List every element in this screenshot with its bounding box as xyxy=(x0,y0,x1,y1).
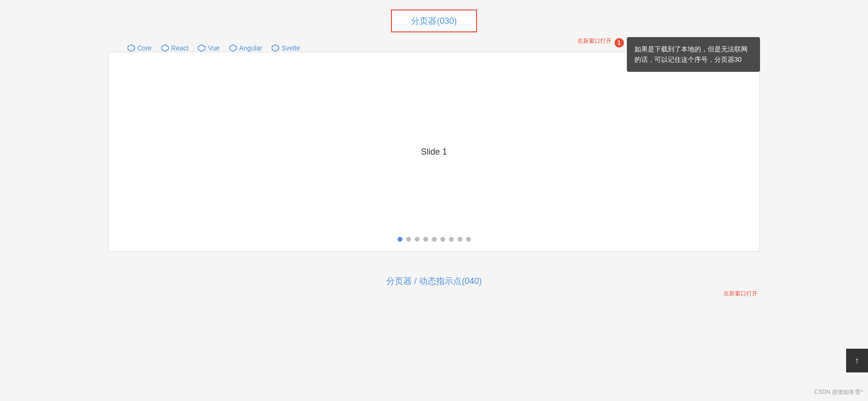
section-040: 分页器 / 动态指示点(040) 在新窗口打开 xyxy=(108,275,760,289)
tab-core[interactable]: Core xyxy=(127,44,152,52)
carousel-dot-6[interactable] xyxy=(440,237,445,242)
carousel-container: Slide 1 xyxy=(108,52,760,252)
carousel-dots xyxy=(398,237,471,242)
tab-vue[interactable]: Vue xyxy=(198,44,219,52)
svg-marker-2 xyxy=(198,45,205,51)
svg-marker-1 xyxy=(162,45,168,51)
section-title-040: 分页器 / 动态指示点(040) xyxy=(386,275,482,287)
carousel-dot-1[interactable] xyxy=(398,237,402,242)
tab-svelte[interactable]: Svelte xyxy=(272,44,300,52)
cube-icon-svelte xyxy=(272,44,279,52)
tooltip-box: 如果是下载到了本地的，但是无法联网的话，可以记住这个序号，分页器30 xyxy=(627,37,760,72)
carousel-dot-5[interactable] xyxy=(432,237,437,242)
open-new-window-030[interactable]: 在新窗口打开 xyxy=(577,37,612,45)
svg-marker-4 xyxy=(272,45,279,51)
open-new-window-040[interactable]: 在新窗口打开 xyxy=(723,290,758,298)
cube-icon-core xyxy=(127,44,135,52)
tab-angular[interactable]: Angular xyxy=(229,44,262,52)
svg-marker-3 xyxy=(230,45,236,51)
carousel-dot-4[interactable] xyxy=(423,237,428,242)
cube-icon-angular xyxy=(229,44,237,52)
carousel-dot-8[interactable] xyxy=(458,237,462,242)
slide-content: Slide 1 xyxy=(421,90,447,214)
carousel-dot-2[interactable] xyxy=(406,237,411,242)
svg-marker-0 xyxy=(128,45,135,51)
framework-row: Core React Vue xyxy=(108,44,760,52)
carousel-dot-3[interactable] xyxy=(415,237,419,242)
section-030: 分页器(030) Core xyxy=(108,10,760,252)
notification-badge: 1 xyxy=(614,38,624,48)
page-wrapper: 分页器(030) Core xyxy=(0,0,868,299)
cube-icon-vue xyxy=(198,44,205,52)
framework-tabs: Core React Vue xyxy=(127,44,301,52)
tab-react[interactable]: React xyxy=(161,44,189,52)
section-title-030: 分页器(030) xyxy=(391,10,477,32)
cube-icon-react xyxy=(161,44,169,52)
back-to-top-button[interactable]: ↑ xyxy=(846,349,868,372)
back-to-top-icon: ↑ xyxy=(855,356,859,366)
csdn-footer: CSDN @激如冬雪^ xyxy=(814,388,863,396)
tooltip-wrapper: 在新窗口打开 1 如果是下载到了本地的，但是无法联网的话，可以记住这个序号，分页… xyxy=(577,37,760,72)
carousel-dot-9[interactable] xyxy=(466,237,471,242)
carousel-dot-7[interactable] xyxy=(449,237,454,242)
